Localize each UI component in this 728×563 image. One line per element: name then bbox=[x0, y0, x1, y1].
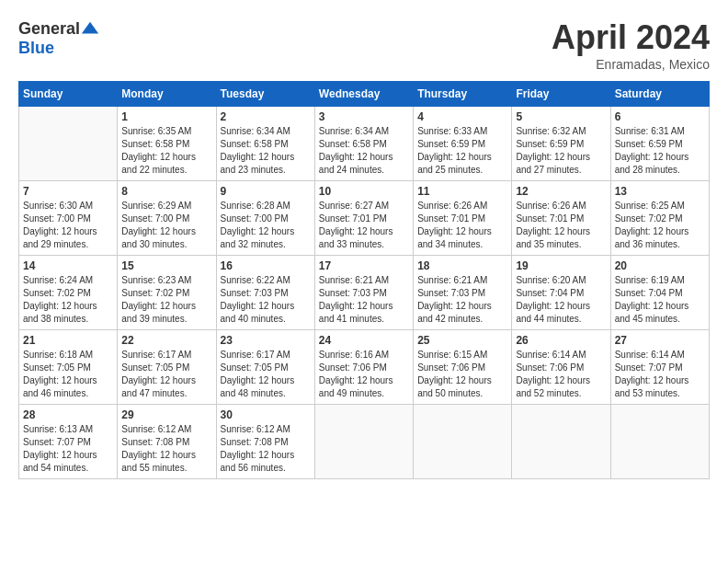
day-info: Sunrise: 6:12 AM Sunset: 7:08 PM Dayligh… bbox=[221, 423, 311, 475]
calendar-cell: 3Sunrise: 6:34 AM Sunset: 6:58 PM Daylig… bbox=[314, 107, 413, 181]
day-info: Sunrise: 6:17 AM Sunset: 7:05 PM Dayligh… bbox=[121, 349, 211, 400]
day-info: Sunrise: 6:34 AM Sunset: 6:58 PM Dayligh… bbox=[319, 125, 409, 177]
day-info: Sunrise: 6:34 AM Sunset: 6:58 PM Dayligh… bbox=[221, 125, 311, 177]
day-info: Sunrise: 6:16 AM Sunset: 7:06 PM Dayligh… bbox=[319, 349, 409, 400]
day-info: Sunrise: 6:20 AM Sunset: 7:04 PM Dayligh… bbox=[516, 274, 606, 326]
day-number: 5 bbox=[516, 110, 606, 123]
calendar-cell: 25Sunrise: 6:15 AM Sunset: 7:06 PM Dayli… bbox=[414, 330, 512, 405]
day-number: 12 bbox=[516, 185, 606, 198]
calendar-cell bbox=[610, 405, 709, 479]
col-header-sunday: Sunday bbox=[19, 82, 118, 107]
col-header-tuesday: Tuesday bbox=[216, 82, 314, 107]
day-info: Sunrise: 6:26 AM Sunset: 7:01 PM Dayligh… bbox=[516, 200, 606, 251]
day-number: 16 bbox=[221, 259, 311, 272]
day-number: 2 bbox=[221, 110, 311, 123]
week-row-3: 14Sunrise: 6:24 AM Sunset: 7:02 PM Dayli… bbox=[19, 256, 710, 330]
page-header: GeneralBlue April 2024 Enramadas, Mexico bbox=[18, 18, 710, 72]
day-number: 10 bbox=[319, 185, 409, 198]
day-number: 25 bbox=[417, 334, 507, 347]
calendar-cell: 1Sunrise: 6:35 AM Sunset: 6:58 PM Daylig… bbox=[118, 107, 216, 181]
calendar-cell: 19Sunrise: 6:20 AM Sunset: 7:04 PM Dayli… bbox=[512, 256, 610, 330]
calendar-cell: 16Sunrise: 6:22 AM Sunset: 7:03 PM Dayli… bbox=[216, 256, 314, 330]
day-number: 24 bbox=[319, 334, 409, 347]
week-row-4: 21Sunrise: 6:18 AM Sunset: 7:05 PM Dayli… bbox=[19, 330, 710, 405]
calendar-cell: 7Sunrise: 6:30 AM Sunset: 7:00 PM Daylig… bbox=[19, 181, 118, 256]
logo-general: General bbox=[18, 19, 80, 39]
day-info: Sunrise: 6:19 AM Sunset: 7:04 PM Dayligh… bbox=[615, 274, 705, 326]
day-number: 28 bbox=[23, 408, 113, 421]
day-number: 19 bbox=[516, 259, 606, 272]
day-info: Sunrise: 6:26 AM Sunset: 7:01 PM Dayligh… bbox=[417, 200, 507, 251]
week-row-1: 1Sunrise: 6:35 AM Sunset: 6:58 PM Daylig… bbox=[19, 107, 710, 181]
day-number: 3 bbox=[319, 110, 409, 123]
day-number: 7 bbox=[23, 185, 113, 198]
day-number: 22 bbox=[121, 334, 211, 347]
day-number: 4 bbox=[417, 110, 507, 123]
day-number: 23 bbox=[221, 334, 311, 347]
calendar-cell bbox=[512, 405, 610, 479]
col-header-friday: Friday bbox=[512, 82, 610, 107]
calendar-cell: 14Sunrise: 6:24 AM Sunset: 7:02 PM Dayli… bbox=[19, 256, 118, 330]
calendar-cell: 28Sunrise: 6:13 AM Sunset: 7:07 PM Dayli… bbox=[19, 405, 118, 479]
day-number: 20 bbox=[615, 259, 705, 272]
week-row-2: 7Sunrise: 6:30 AM Sunset: 7:00 PM Daylig… bbox=[19, 181, 710, 256]
day-info: Sunrise: 6:31 AM Sunset: 6:59 PM Dayligh… bbox=[615, 125, 705, 177]
calendar-cell: 21Sunrise: 6:18 AM Sunset: 7:05 PM Dayli… bbox=[19, 330, 118, 405]
day-number: 27 bbox=[615, 334, 705, 347]
calendar-cell: 2Sunrise: 6:34 AM Sunset: 6:58 PM Daylig… bbox=[216, 107, 314, 181]
day-info: Sunrise: 6:21 AM Sunset: 7:03 PM Dayligh… bbox=[417, 274, 507, 326]
day-number: 8 bbox=[121, 185, 211, 198]
col-header-saturday: Saturday bbox=[610, 82, 709, 107]
day-info: Sunrise: 6:18 AM Sunset: 7:05 PM Dayligh… bbox=[23, 349, 113, 400]
calendar-cell: 15Sunrise: 6:23 AM Sunset: 7:02 PM Dayli… bbox=[118, 256, 216, 330]
day-info: Sunrise: 6:28 AM Sunset: 7:00 PM Dayligh… bbox=[221, 200, 311, 251]
calendar-cell: 4Sunrise: 6:33 AM Sunset: 6:59 PM Daylig… bbox=[414, 107, 512, 181]
day-info: Sunrise: 6:12 AM Sunset: 7:08 PM Dayligh… bbox=[121, 423, 211, 475]
day-info: Sunrise: 6:33 AM Sunset: 6:59 PM Dayligh… bbox=[417, 125, 507, 177]
calendar-cell: 20Sunrise: 6:19 AM Sunset: 7:04 PM Dayli… bbox=[610, 256, 709, 330]
day-info: Sunrise: 6:15 AM Sunset: 7:06 PM Dayligh… bbox=[417, 349, 507, 400]
col-header-wednesday: Wednesday bbox=[314, 82, 413, 107]
calendar-cell: 22Sunrise: 6:17 AM Sunset: 7:05 PM Dayli… bbox=[118, 330, 216, 405]
calendar-cell: 11Sunrise: 6:26 AM Sunset: 7:01 PM Dayli… bbox=[414, 181, 512, 256]
calendar-cell bbox=[414, 405, 512, 479]
day-info: Sunrise: 6:14 AM Sunset: 7:06 PM Dayligh… bbox=[516, 349, 606, 400]
col-header-thursday: Thursday bbox=[414, 82, 512, 107]
calendar-cell: 5Sunrise: 6:32 AM Sunset: 6:59 PM Daylig… bbox=[512, 107, 610, 181]
header-row: SundayMondayTuesdayWednesdayThursdayFrid… bbox=[19, 82, 710, 107]
calendar-cell: 27Sunrise: 6:14 AM Sunset: 7:07 PM Dayli… bbox=[610, 330, 709, 405]
day-info: Sunrise: 6:32 AM Sunset: 6:59 PM Dayligh… bbox=[516, 125, 606, 177]
calendar-cell: 10Sunrise: 6:27 AM Sunset: 7:01 PM Dayli… bbox=[314, 181, 413, 256]
day-info: Sunrise: 6:17 AM Sunset: 7:05 PM Dayligh… bbox=[221, 349, 311, 400]
day-number: 6 bbox=[615, 110, 705, 123]
calendar-cell: 17Sunrise: 6:21 AM Sunset: 7:03 PM Dayli… bbox=[314, 256, 413, 330]
logo-blue: Blue bbox=[18, 39, 54, 58]
calendar-cell: 12Sunrise: 6:26 AM Sunset: 7:01 PM Dayli… bbox=[512, 181, 610, 256]
month-title: April 2024 bbox=[552, 18, 710, 57]
location: Enramadas, Mexico bbox=[552, 57, 710, 72]
day-info: Sunrise: 6:30 AM Sunset: 7:00 PM Dayligh… bbox=[23, 200, 113, 251]
calendar-cell: 9Sunrise: 6:28 AM Sunset: 7:00 PM Daylig… bbox=[216, 181, 314, 256]
calendar-cell: 6Sunrise: 6:31 AM Sunset: 6:59 PM Daylig… bbox=[610, 107, 709, 181]
day-info: Sunrise: 6:24 AM Sunset: 7:02 PM Dayligh… bbox=[23, 274, 113, 326]
day-info: Sunrise: 6:13 AM Sunset: 7:07 PM Dayligh… bbox=[23, 423, 113, 475]
day-number: 1 bbox=[121, 110, 211, 123]
day-number: 29 bbox=[121, 408, 211, 421]
day-info: Sunrise: 6:21 AM Sunset: 7:03 PM Dayligh… bbox=[319, 274, 409, 326]
col-header-monday: Monday bbox=[118, 82, 216, 107]
calendar-cell: 13Sunrise: 6:25 AM Sunset: 7:02 PM Dayli… bbox=[610, 181, 709, 256]
calendar-cell bbox=[19, 107, 118, 181]
calendar-cell: 29Sunrise: 6:12 AM Sunset: 7:08 PM Dayli… bbox=[118, 405, 216, 479]
day-info: Sunrise: 6:22 AM Sunset: 7:03 PM Dayligh… bbox=[221, 274, 311, 326]
calendar-cell: 23Sunrise: 6:17 AM Sunset: 7:05 PM Dayli… bbox=[216, 330, 314, 405]
day-info: Sunrise: 6:35 AM Sunset: 6:58 PM Dayligh… bbox=[121, 125, 211, 177]
logo-icon bbox=[80, 18, 100, 39]
day-number: 14 bbox=[23, 259, 113, 272]
week-row-5: 28Sunrise: 6:13 AM Sunset: 7:07 PM Dayli… bbox=[19, 405, 710, 479]
day-number: 13 bbox=[615, 185, 705, 198]
calendar-table: SundayMondayTuesdayWednesdayThursdayFrid… bbox=[18, 81, 710, 479]
day-number: 15 bbox=[121, 259, 211, 272]
day-number: 21 bbox=[23, 334, 113, 347]
calendar-cell: 8Sunrise: 6:29 AM Sunset: 7:00 PM Daylig… bbox=[118, 181, 216, 256]
day-number: 18 bbox=[417, 259, 507, 272]
